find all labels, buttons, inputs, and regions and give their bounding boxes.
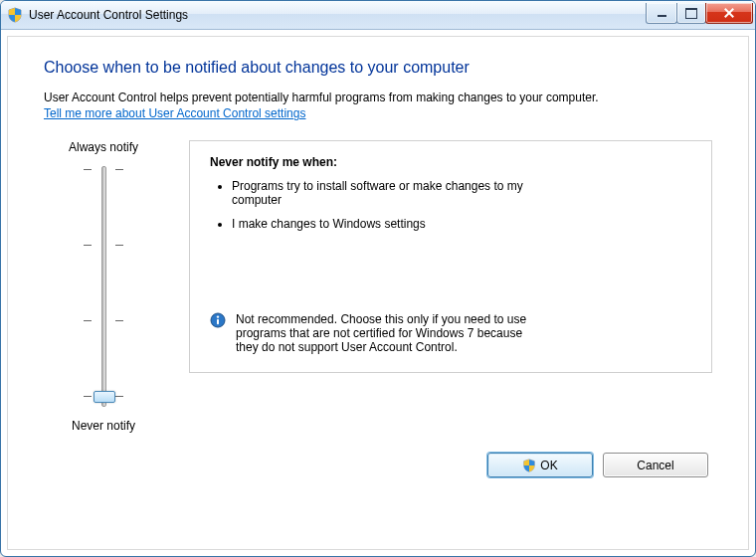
- window-title: User Account Control Settings: [29, 8, 647, 22]
- slider-tick: [84, 169, 92, 170]
- settings-body: Always notify Never notify Never notify …: [44, 140, 712, 433]
- dialog-buttons: OK Cancel: [44, 453, 712, 477]
- level-description-box: Never notify me when: Programs try to in…: [189, 140, 712, 373]
- slider-tick: [115, 245, 123, 246]
- window-frame: User Account Control Settings Choose whe…: [0, 0, 756, 557]
- minimize-button[interactable]: [646, 3, 677, 24]
- slider-label-top: Always notify: [69, 140, 138, 154]
- recommendation-text: Not recommended. Choose this only if you…: [236, 312, 548, 354]
- slider-tick: [115, 396, 123, 397]
- level-bullet-list: Programs try to install software or make…: [210, 179, 691, 241]
- maximize-icon: [685, 8, 697, 19]
- ok-button[interactable]: OK: [487, 453, 593, 477]
- client-area: Choose when to be notified about changes…: [1, 30, 755, 556]
- close-button[interactable]: [705, 3, 753, 24]
- level-bullet: I make changes to Windows settings: [232, 217, 540, 231]
- slider-tick: [84, 396, 92, 397]
- page-description: User Account Control helps prevent poten…: [44, 91, 712, 104]
- info-icon: [210, 312, 226, 328]
- content-panel: Choose when to be notified about changes…: [7, 36, 749, 550]
- cancel-button-label: Cancel: [637, 459, 673, 472]
- level-bullet: Programs try to install software or make…: [232, 179, 540, 207]
- window-controls: [647, 3, 753, 23]
- svg-point-1: [217, 315, 219, 317]
- slider-tick: [115, 169, 123, 170]
- slider-label-bottom: Never notify: [72, 419, 135, 433]
- page-heading: Choose when to be notified about changes…: [44, 59, 712, 77]
- level-title: Never notify me when:: [210, 155, 691, 169]
- titlebar[interactable]: User Account Control Settings: [1, 1, 755, 30]
- uac-shield-icon: [7, 7, 23, 23]
- recommendation: Not recommended. Choose this only if you…: [210, 312, 548, 354]
- slider-thumb[interactable]: [94, 391, 115, 403]
- notification-level-slider[interactable]: [78, 160, 129, 413]
- info-column: Never notify me when: Programs try to in…: [189, 140, 712, 433]
- close-icon: [723, 7, 735, 19]
- maximize-button[interactable]: [676, 3, 706, 24]
- slider-tick: [84, 320, 92, 321]
- svg-rect-2: [217, 319, 219, 325]
- cancel-button[interactable]: Cancel: [603, 453, 708, 477]
- uac-shield-icon: [522, 459, 536, 472]
- slider-tick: [115, 320, 123, 321]
- minimize-icon: [658, 15, 666, 17]
- slider-column: Always notify Never notify: [44, 140, 163, 433]
- ok-button-label: OK: [540, 459, 557, 472]
- help-link[interactable]: Tell me more about User Account Control …: [44, 106, 712, 120]
- slider-tick: [84, 245, 92, 246]
- slider-track: [101, 166, 106, 407]
